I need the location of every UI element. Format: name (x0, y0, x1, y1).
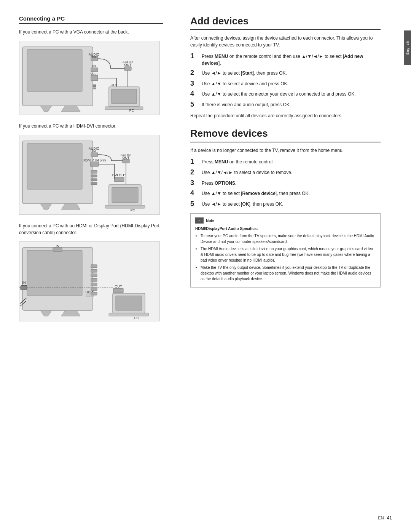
add-step-1: 1 Press MENU on the remote control and t… (190, 52, 381, 67)
left-column: Connecting a PC If you connect a PC with… (0, 0, 175, 532)
remove-step-2-text: Use ▲/▼/◄/► to select a device to remove… (202, 168, 381, 176)
note-bullet-2: The HDMI Audio device is a child device … (201, 246, 376, 263)
language-tab-label: English (406, 41, 409, 55)
add-step-5-text: If there is video and audio output, pres… (202, 101, 381, 108)
add-step-4-text: Use ▲/▼ to select the connector your dev… (202, 90, 381, 97)
vga-diagram: AUDIO IN IN VGA AUDIO OUT (19, 41, 160, 115)
add-step-3-num: 3 (190, 80, 200, 88)
svg-rect-65 (91, 274, 97, 277)
note-icon: ≡ (195, 217, 204, 224)
en-label: EN (378, 516, 384, 520)
remove-step-5-num: 5 (190, 200, 200, 208)
svg-text:VGA: VGA (90, 72, 97, 76)
remove-step-5-text: Use ◄/► to select [OK], then press OK. (202, 200, 381, 208)
remove-step-1: 1 Press MENU on the remote control. (190, 158, 381, 166)
note-bullets: To hear your PC audio from the TV speake… (195, 233, 376, 282)
svg-rect-8 (91, 68, 98, 72)
svg-rect-67 (91, 283, 97, 286)
svg-text:PC: PC (131, 208, 135, 212)
svg-rect-39 (91, 170, 97, 173)
svg-marker-23 (40, 204, 52, 209)
hdmi-display-intro-text: If you connect a PC with an HDMI or Disp… (19, 222, 163, 236)
svg-text:HDMI 4 IN only: HDMI 4 IN only (83, 158, 106, 162)
remove-step-4-text: Use ▲/▼ to select [Remove device], then … (202, 189, 381, 197)
svg-text:IN: IN (22, 281, 26, 284)
right-column: Add devices After connecting devices, as… (175, 0, 400, 532)
svg-rect-28 (90, 162, 99, 166)
note-header: ≡ Note (195, 217, 376, 224)
svg-marker-2 (40, 106, 52, 112)
svg-text:OUT: OUT (111, 83, 118, 87)
svg-rect-13 (124, 67, 131, 70)
svg-rect-19 (93, 85, 96, 87)
add-devices-intro: After connecting devices, assign the dev… (190, 35, 381, 48)
remove-step-1-text: Press MENU on the remote control. (202, 158, 381, 165)
vga-intro-text: If you connect a PC with a VGA connector… (19, 29, 163, 35)
svg-marker-3 (61, 106, 80, 112)
add-step-3: 3 Use ▲/▼ to select a device and press O… (190, 80, 381, 88)
svg-rect-59 (109, 313, 149, 316)
add-step-2: 2 Use ◄/► to select [Start], then press … (190, 69, 381, 77)
svg-rect-40 (91, 175, 97, 177)
svg-rect-9 (91, 75, 98, 81)
note-title: Note (206, 218, 214, 224)
svg-rect-69 (91, 292, 97, 295)
remove-step-3: 3 Press OPTIONS. (190, 179, 381, 187)
svg-marker-24 (61, 204, 80, 209)
svg-rect-32 (123, 159, 129, 163)
svg-rect-27 (91, 153, 98, 157)
svg-rect-37 (105, 205, 145, 208)
svg-rect-44 (27, 250, 82, 296)
add-devices-footer: Repeat the procedure until all devices a… (190, 112, 381, 119)
svg-rect-36 (112, 187, 138, 203)
add-devices-steps: 1 Press MENU on the remote control and t… (190, 52, 381, 109)
add-step-5: 5 If there is video and audio output, pr… (190, 101, 381, 109)
page-container: English Connecting a PC If you connect a… (0, 0, 411, 532)
svg-rect-16 (105, 107, 143, 110)
remove-devices-title: Remove devices (190, 128, 381, 142)
add-step-1-num: 1 (190, 52, 200, 61)
svg-rect-42 (91, 182, 97, 185)
add-step-5-num: 5 (190, 101, 200, 109)
svg-rect-64 (91, 269, 97, 272)
remove-step-1-num: 1 (190, 158, 200, 166)
add-step-2-num: 2 (190, 69, 200, 77)
svg-text:PC: PC (129, 109, 134, 112)
note-bullet-1: To hear your PC audio from the TV speake… (201, 233, 376, 244)
svg-rect-1 (27, 50, 82, 91)
svg-rect-41 (91, 179, 97, 181)
svg-text:OUT: OUT (115, 284, 123, 288)
add-step-1-text: Press MENU on the remote control and the… (202, 52, 381, 67)
add-step-2-text: Use ◄/► to select [Start], then press OK… (202, 69, 381, 77)
svg-rect-49 (21, 286, 27, 290)
note-box: ≡ Note HDMI/DisplayPort Audio Specifics:… (190, 213, 381, 288)
remove-step-2: 2 Use ▲/▼/◄/► to select a device to remo… (190, 168, 381, 177)
svg-text:PC: PC (134, 316, 139, 320)
note-bullet-3: Make the TV the only output device. Some… (201, 265, 376, 282)
svg-rect-15 (112, 89, 137, 104)
connecting-pc-title: Connecting a PC (19, 15, 163, 24)
remove-step-5: 5 Use ◄/► to select [OK], then press OK. (190, 200, 381, 208)
svg-text:IN: IN (92, 64, 96, 68)
add-step-4-num: 4 (190, 90, 200, 98)
remove-step-2-num: 2 (190, 168, 200, 177)
svg-marker-46 (61, 310, 80, 316)
svg-marker-45 (40, 310, 52, 316)
hdmi-dvi-intro-text: If you connect a PC with a HDMI-DVI conn… (19, 123, 163, 129)
remove-step-3-num: 3 (190, 179, 200, 187)
svg-rect-52 (53, 248, 62, 251)
svg-rect-58 (116, 296, 142, 310)
remove-devices-steps: 1 Press MENU on the remote control. 2 Us… (190, 158, 381, 208)
add-step-4: 4 Use ▲/▼ to select the connector your d… (190, 90, 381, 98)
svg-rect-34 (114, 177, 124, 182)
note-subtitle: HDMI/DisplayPort Audio Specifics: (195, 226, 376, 232)
add-step-3-text: Use ▲/▼ to select a device and press OK. (202, 80, 381, 87)
add-devices-title: Add devices (190, 15, 381, 30)
language-tab: English (404, 30, 411, 65)
page-footer: EN 41 (378, 515, 392, 521)
remove-devices-intro: If a device is no longer connected to th… (190, 147, 381, 154)
page-number: 41 (387, 515, 392, 521)
note-body: To hear your PC audio from the TV speake… (195, 233, 376, 282)
remove-step-4-num: 4 (190, 189, 200, 198)
svg-text:OUT: OUT (124, 63, 132, 67)
